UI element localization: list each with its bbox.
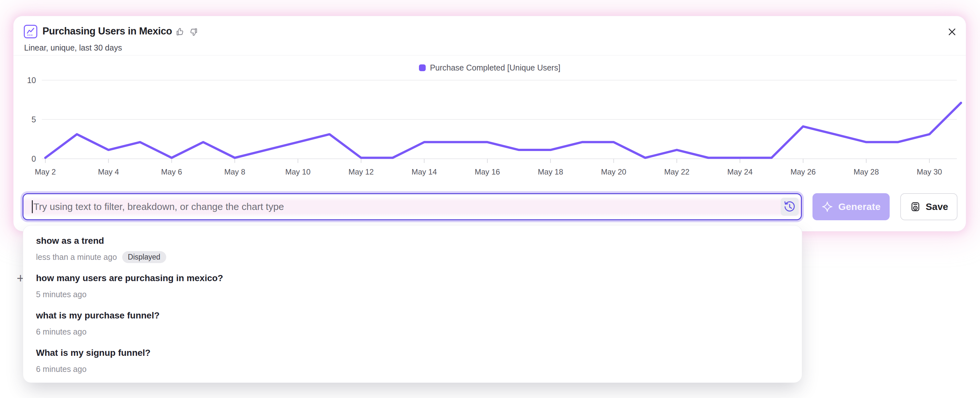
history-item-time: 6 minutes ago [36,364,86,374]
input-placeholder: Try using text to filter, breakdown, or … [33,201,284,212]
history-item-query: show as a trend [36,235,789,247]
x-tick-label: May 22 [651,168,703,176]
sparkle-icon [821,201,833,213]
x-tick-label: May 6 [146,168,197,176]
history-item-meta: 6 minutes ago [36,364,789,374]
x-tick-label: May 14 [398,168,450,176]
x-tick-label: May 30 [904,168,955,176]
history-item[interactable]: show as a trendless than a minute agoDis… [23,230,802,267]
x-tick-label: May 16 [462,168,513,176]
chart-preview-card: Purchasing Users in Mexico Linea [13,16,966,231]
history-item-time: 6 minutes ago [36,327,86,337]
displayed-badge: Displayed [122,251,166,263]
history-item-query: how many users are purchasing in mexico? [36,272,789,284]
x-tick-label: May 12 [335,168,387,176]
y-tick-label: 10 [19,75,36,85]
x-tick-label: May 10 [272,168,324,176]
x-tick-label: May 8 [209,168,261,176]
history-item[interactable]: what is my purchase funnel?6 minutes ago [23,305,802,342]
text-caret [32,200,33,213]
history-item-time: less than a minute ago [36,253,117,262]
history-item-meta: 6 minutes ago [36,326,789,337]
x-tick-label: May 4 [83,168,134,176]
x-tick-label: May 26 [778,168,829,176]
x-tick-label: May 24 [714,168,765,176]
history-item-meta: 5 minutes ago [36,289,789,299]
history-item-query: What is my signup funnel? [36,347,789,359]
trend-line [45,103,961,158]
y-tick-label: 0 [19,154,36,163]
generate-button[interactable]: Generate [813,193,890,220]
history-item[interactable]: how many users are purchasing in mexico?… [23,267,802,305]
x-tick-label: May 18 [525,168,576,176]
save-icon [910,201,921,213]
x-tick-label: May 2 [20,168,71,176]
history-item-time: 5 minutes ago [36,290,86,299]
generate-button-label: Generate [838,201,881,212]
history-item-meta: less than a minute agoDisplayed [36,252,789,262]
save-button[interactable]: Save [900,193,958,220]
x-tick-label: May 28 [840,168,892,176]
ai-query-input[interactable]: Try using text to filter, breakdown, or … [22,193,802,220]
x-ticks [45,159,929,163]
y-tick-label: 5 [19,115,36,124]
history-item[interactable]: What is my signup funnel?6 minutes ago [23,342,802,379]
history-button[interactable] [781,198,799,216]
page: + Purchasing Users in Mexico [0,0,980,398]
x-tick-label: May 20 [588,168,640,176]
save-button-label: Save [926,201,948,212]
history-item-query: what is my purchase funnel? [36,310,789,321]
query-history-dropdown: show as a trendless than a minute agoDis… [23,225,802,382]
